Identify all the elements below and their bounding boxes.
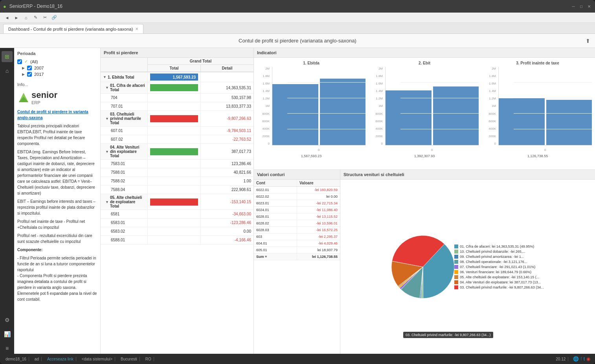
status-globe-icon: 🌐 — [573, 356, 579, 362]
x-axis-label: 0 — [385, 146, 479, 153]
table-row[interactable]: ▼03. Cheltuieli privind marfurile Total-… — [101, 111, 253, 127]
table-row[interactable]: ▼1. Ebitda Total1,567,593.23 — [101, 72, 253, 82]
nav-settings-icon[interactable]: ⚙ — [2, 314, 13, 325]
close-button[interactable]: ✕ — [586, 4, 592, 9]
table-row[interactable]: ▼01. Cifra de afaceri Total14,363,535.31 — [101, 82, 253, 94]
bar-chart: 2M1.8M1.6M1.4M1.2M1M800K600K400K200K00 — [370, 67, 479, 153]
row-expand-icon[interactable]: ▼ — [103, 75, 107, 79]
bottom-panels: Valori conturi Cont Valoare 6022.01-lei … — [254, 170, 595, 354]
row-label-text: 04. Alte Venituri din exploatare Total — [110, 145, 145, 158]
total-bar — [150, 148, 198, 155]
right-area: Indicatori 1. Ebitda2M1.8M1.6M1.4M1.2M1M… — [254, 48, 595, 354]
legend-text: 08. Cheltuieli operationale: -lei 3,121,… — [460, 260, 527, 264]
legend-text: 05. Alte cheltuieli de exploatare: -lei … — [460, 275, 539, 279]
grid-line — [400, 82, 479, 83]
legend-color-swatch — [454, 245, 458, 248]
export-button[interactable]: ⬆ — [586, 38, 590, 44]
table-row[interactable]: 607.01-9,784,503.11 — [101, 127, 253, 135]
row-detail-value: 14,363,535.31 — [201, 82, 253, 93]
table-row[interactable]: ▼04. Alte Venituri din exploatare Total3… — [101, 144, 253, 160]
table-row[interactable]: 704530,157.98 — [101, 94, 253, 102]
table-row[interactable]: ▼05. Alte cheltuieli de exploatare Total… — [101, 194, 253, 210]
y-axis-label: 400K — [262, 127, 270, 131]
row-label-text: 607.01 — [111, 129, 123, 133]
filter-item[interactable]: ▶2017 — [17, 71, 97, 77]
row-label-text: 6581 — [111, 212, 119, 216]
y-axis-label: 1M — [492, 104, 496, 108]
charts-row: 1. Ebitda2M1.8M1.6M1.4M1.2M1M800K600K400… — [254, 58, 595, 169]
filter-expand-icon[interactable]: ▶ — [22, 66, 25, 70]
tabs-bar: Dashboard - Contul de profit si pierdere… — [0, 23, 595, 34]
status-user2: ad — [32, 357, 42, 361]
nav-dashboard-icon[interactable]: ⊞ — [2, 51, 13, 62]
row-expand-icon[interactable]: ▼ — [105, 150, 109, 154]
nav-reports-icon[interactable]: 📊 — [2, 329, 13, 340]
y-axis-label: 800K — [375, 112, 383, 116]
table-row[interactable]: 6588.01-4,166.46 — [101, 236, 253, 245]
row-expand-icon[interactable]: ▼ — [105, 86, 109, 90]
grid-line — [287, 129, 365, 129]
row-label-text: 6588.01 — [111, 238, 125, 242]
profit-rows: ▼1. Ebitda Total1,567,593.23▼01. Cifra d… — [101, 72, 253, 245]
grid-line — [287, 82, 365, 83]
cut-button[interactable]: ✂ — [41, 14, 49, 22]
legend-text: 04. Alte Venituri din exploatare: lei 38… — [460, 280, 541, 284]
sidebar: Perioada ✓(All)▶2007▶2017 Info... senior… — [14, 48, 101, 354]
chart-value: 1,392,307.93 — [414, 154, 435, 158]
chart-bar-1[interactable] — [546, 100, 592, 145]
status-link[interactable]: Acceseaza link — [45, 357, 76, 361]
chart-bar-1[interactable] — [320, 79, 366, 145]
table-row[interactable]: 707.0113,833,377.33 — [101, 102, 253, 111]
filter-item[interactable]: ▶2007 — [17, 65, 97, 71]
row-detail-value: -4,166.46 — [201, 236, 253, 244]
edit-button[interactable]: ✎ — [31, 14, 39, 22]
total-bar: 1,567,593.23 — [150, 74, 198, 81]
table-row[interactable]: 6583.01-123,286.46 — [101, 219, 253, 227]
table-row[interactable]: 7588.0140,821.66 — [101, 168, 253, 177]
vcell-valoare: lei 18,937.79 — [297, 247, 340, 253]
chart-bar-1[interactable] — [433, 86, 479, 145]
filter-checkbox[interactable] — [17, 59, 22, 64]
row-label-text: 7583.01 — [111, 162, 125, 166]
vcol-cont: Cont — [254, 180, 297, 186]
filter-item[interactable]: ✓(All) — [17, 58, 97, 65]
row-label-text: 6583.01 — [111, 221, 125, 225]
valori-col-headers: Cont Valoare — [254, 180, 340, 187]
legend-color-swatch — [454, 255, 458, 259]
table-row[interactable]: 607.02-22,763.52 — [101, 135, 253, 144]
link-button[interactable]: 🔗 — [50, 14, 58, 22]
home-button[interactable]: ⌂ — [22, 14, 30, 22]
filter-checkbox[interactable] — [27, 66, 32, 70]
vcell-valoare: -lei 11,086.40 — [297, 207, 340, 213]
article-title[interactable]: Contul de profit si pierdere in varianta… — [17, 109, 97, 121]
valori-rows: 6022.01-lei 160,820.596022.02lei 0.00602… — [254, 187, 340, 260]
maximize-button[interactable]: □ — [578, 4, 584, 9]
tab-close-button[interactable]: ✕ — [135, 27, 138, 31]
nav-home-icon[interactable]: ⌂ — [2, 65, 13, 76]
nav-bottom-icon[interactable]: ≡ — [2, 343, 13, 354]
y-axis-label: 1.6M — [489, 82, 496, 85]
table-row[interactable]: 6583.020.00 — [101, 227, 253, 236]
filter-expand-icon[interactable]: ▶ — [22, 72, 25, 76]
tab-dashboard[interactable]: Dashboard - Contul de profit si pierdere… — [3, 24, 143, 33]
table-row[interactable]: 7583.01123,286.46 — [101, 160, 253, 168]
row-detail-value: 387,017.73 — [201, 144, 253, 159]
filter-checkbox[interactable] — [27, 72, 32, 77]
chart-bar-0[interactable] — [272, 84, 318, 145]
table-row[interactable]: 7588.04222,908.61 — [101, 186, 253, 194]
row-expand-icon[interactable]: ▼ — [105, 117, 109, 121]
legend-item: 04. Alte Venituri din exploatare: lei 38… — [454, 280, 544, 284]
chart-bar-0[interactable] — [499, 98, 545, 145]
minimize-button[interactable]: ─ — [571, 4, 576, 9]
chart-bar-0[interactable] — [386, 90, 432, 145]
vcell-cont: 6024.01 — [254, 207, 297, 213]
table-row[interactable]: 6581-34,663.00 — [101, 210, 253, 219]
valori-row: 6028.03-lei 16,572.25 — [254, 227, 340, 233]
forward-button[interactable]: ► — [13, 14, 20, 22]
table-row[interactable]: 7588.021.00 — [101, 177, 253, 186]
valori-row: 6022.01-lei 160,820.59 — [254, 187, 340, 193]
back-button[interactable]: ◄ — [3, 14, 11, 22]
row-label-text: 1. Ebitda Total — [108, 75, 134, 79]
row-expand-icon[interactable]: ▼ — [105, 200, 109, 204]
grid-line — [287, 98, 365, 98]
